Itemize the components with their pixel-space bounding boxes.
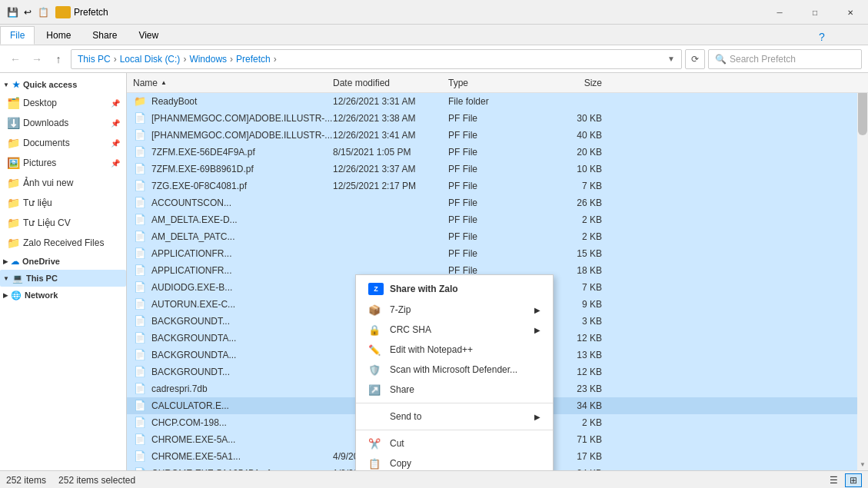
file-type-7zg: PF File: [448, 181, 540, 191]
pf-icon-bg4: 📄: [133, 365, 147, 379]
pf-icon-acc: 📄: [133, 196, 147, 210]
submenu-arrow-crc: ▶: [534, 326, 540, 334]
copy-label: Copy: [390, 458, 411, 469]
context-menu-item-share-zalo[interactable]: Z Share with Zalo: [356, 278, 553, 300]
sidebar-quickaccess-label: Quick access: [23, 80, 77, 89]
col-date-header[interactable]: Date modified: [333, 78, 448, 88]
col-type-header[interactable]: Type: [448, 78, 540, 88]
sidebar-pictures-label: Pictures: [23, 158, 56, 168]
file-name-bg2: BACKGROUNDTA...: [151, 333, 333, 344]
file-row-amdelta2[interactable]: 📄 AM_DELTA_PATC... PF File 2 KB: [127, 228, 868, 245]
sidebar-item-desktop[interactable]: 🗂️ Desktop 📌: [0, 93, 126, 113]
file-size-7zg: 7 KB: [540, 181, 602, 191]
context-menu-sep2: [356, 430, 553, 430]
content-area: Name ▲ Date modified Type Size 📁 ReadyBo…: [127, 73, 868, 470]
file-row-amdelta1[interactable]: 📄 AM_DELTA.EXE-D... PF File 2 KB: [127, 211, 868, 228]
context-menu-item-share[interactable]: ↗️ Share: [356, 380, 553, 400]
details-view-button[interactable]: ☰: [825, 473, 842, 487]
scrollbar-thumb[interactable]: [858, 89, 867, 135]
breadcrumb-prefetch[interactable]: Prefetch: [236, 54, 271, 65]
context-menu-item-7zip[interactable]: 📦 7-Zip ▶: [356, 300, 553, 320]
pin-icon-pic: 📌: [111, 159, 120, 168]
context-menu-sep1: [356, 403, 553, 403]
file-size-am1: 2 KB: [540, 214, 602, 225]
sidebar-item-tulieuCV[interactable]: 📁 Tư Liệu CV: [0, 213, 126, 233]
file-name-chr1: CHROME.EXE-5A...: [151, 434, 333, 445]
sendto-label: Send to: [390, 411, 421, 422]
close-button[interactable]: ✕: [833, 0, 868, 25]
context-menu-item-notepad[interactable]: ✏️ Edit with Notepad++: [356, 340, 553, 360]
file-name-apfr1: APPLICATIONFR...: [151, 248, 333, 259]
sidebar-section-onedrive[interactable]: ▶ ☁ OneDrive: [0, 253, 126, 270]
sidebar-item-zalo[interactable]: 📁 Zalo Received Files: [0, 233, 126, 253]
file-name-7z1: 7ZFM.EXE-56DE4F9A.pf: [151, 147, 333, 158]
notepad-label: Edit with Notepad++: [390, 344, 473, 355]
sidebar-item-tulieu[interactable]: 📁 Tư liệu: [0, 193, 126, 213]
sidebar-section-thispc[interactable]: ▼ 💻 This PC: [0, 270, 126, 287]
tab-file[interactable]: File: [0, 26, 35, 45]
breadcrumb-thispc[interactable]: This PC: [78, 54, 111, 65]
forward-button[interactable]: →: [28, 50, 46, 68]
sidebar-item-documents[interactable]: 📁 Documents 📌: [0, 133, 126, 153]
context-menu-item-sendto[interactable]: Send to ▶: [356, 407, 553, 427]
file-row-adobe1[interactable]: 📄 [PHANMEMGOC.COM]ADOBE.ILLUSTR-... 12/2…: [127, 110, 868, 127]
sidebar-tulieuCV-label: Tư Liệu CV: [23, 217, 71, 228]
file-row-adobe2[interactable]: 📄 [PHANMEMGOC.COM]ADOBE.ILLUSTR-... 12/2…: [127, 127, 868, 144]
context-menu-item-copy[interactable]: 📋 Copy: [356, 453, 553, 470]
file-name-chr2: CHROME.EXE-5A1...: [151, 451, 333, 462]
tab-view[interactable]: View: [128, 26, 168, 45]
context-menu-item-cut[interactable]: ✂️ Cut: [356, 433, 553, 453]
sidebar-section-quickaccess[interactable]: ▼ ★ Quick access: [0, 76, 126, 93]
cut-icon: ✂️: [368, 438, 384, 450]
crcsha-label: CRC SHA: [390, 324, 431, 335]
file-row-readyboot[interactable]: 📁 ReadyBoot 12/26/2021 3:31 AM File fold…: [127, 93, 868, 110]
back-button[interactable]: ←: [6, 50, 25, 68]
status-bar: 252 items 252 items selected ☰ ⊞: [0, 470, 868, 488]
folder-icon-zalo: 📁: [6, 236, 20, 250]
file-type-7z2: PF File: [448, 164, 540, 174]
selected-count: 252 items selected: [58, 475, 135, 486]
help-button[interactable]: ?: [814, 29, 830, 45]
file-row-accounts[interactable]: 📄 ACCOUNTSCON... PF File 26 KB: [127, 194, 868, 211]
tab-share[interactable]: Share: [82, 26, 127, 45]
col-name-header[interactable]: Name ▲: [133, 78, 333, 88]
file-list-header: Name ▲ Date modified Type Size: [127, 73, 868, 93]
file-row-7zfm2[interactable]: 📄 7ZFM.EXE-69B8961D.pf 12/26/2021 3:37 A…: [127, 161, 868, 178]
tab-home[interactable]: Home: [36, 26, 81, 45]
pf-icon-am1: 📄: [133, 213, 147, 227]
up-button[interactable]: ↑: [49, 50, 68, 68]
file-size-a2: 40 KB: [540, 130, 602, 141]
tiles-view-button[interactable]: ⊞: [845, 473, 862, 487]
address-path[interactable]: This PC › Local Disk (C:) › Windows › Pr…: [71, 49, 682, 69]
sidebar-zalo-label: Zalo Received Files: [23, 237, 104, 248]
chevron-right-icon-net: ▶: [3, 292, 8, 299]
context-menu-item-defender[interactable]: 🛡️ Scan with Microsoft Defender...: [356, 360, 553, 380]
sidebar-item-anhvuinew[interactable]: 📁 Ảnh vui new: [0, 173, 126, 193]
desktop-icon: 🗂️: [6, 96, 20, 110]
file-name-chr3: CHROME.EXE-5A1054B1.pf: [151, 468, 333, 471]
search-box[interactable]: 🔍 Search Prefetch: [708, 49, 862, 69]
file-name-bg3: BACKGROUNDTA...: [151, 350, 333, 360]
sidebar-item-downloads[interactable]: ⬇️ Downloads 📌: [0, 113, 126, 133]
context-menu-item-crcsha[interactable]: 🔒 CRC SHA ▶: [356, 320, 553, 340]
file-row-7zfm1[interactable]: 📄 7ZFM.EXE-56DE4F9A.pf 8/15/2021 1:05 PM…: [127, 144, 868, 161]
zalo-icon: Z: [368, 283, 384, 295]
sort-asc-icon: ▲: [161, 79, 167, 86]
refresh-button[interactable]: ⟳: [685, 49, 705, 69]
minimize-button[interactable]: ─: [762, 0, 797, 25]
submenu-arrow-7zip: ▶: [534, 306, 540, 314]
scrollbar-track[interactable]: ▲ ▼: [857, 73, 868, 470]
file-row-appfr1[interactable]: 📄 APPLICATIONFR... PF File 15 KB: [127, 245, 868, 262]
sidebar-item-pictures[interactable]: 🖼️ Pictures 📌: [0, 153, 126, 173]
breadcrumb-windows[interactable]: Windows: [189, 54, 227, 65]
7zip-label: 7-Zip: [390, 304, 411, 315]
title-bar-icons: 💾 ↩ 📋: [6, 6, 49, 18]
file-row-7zg[interactable]: 📄 7ZG.EXE-0F8C4081.pf 12/25/2021 2:17 PM…: [127, 178, 868, 194]
sidebar-section-network[interactable]: ▶ 🌐 Network: [0, 287, 126, 304]
scrollbar-down-button[interactable]: ▼: [857, 458, 868, 470]
folder-icon-rb: 📁: [133, 95, 147, 108]
folder-icon: [55, 6, 71, 18]
maximize-button[interactable]: □: [797, 0, 833, 25]
breadcrumb-localdisk[interactable]: Local Disk (C:): [120, 54, 181, 65]
col-size-header[interactable]: Size: [540, 78, 602, 88]
